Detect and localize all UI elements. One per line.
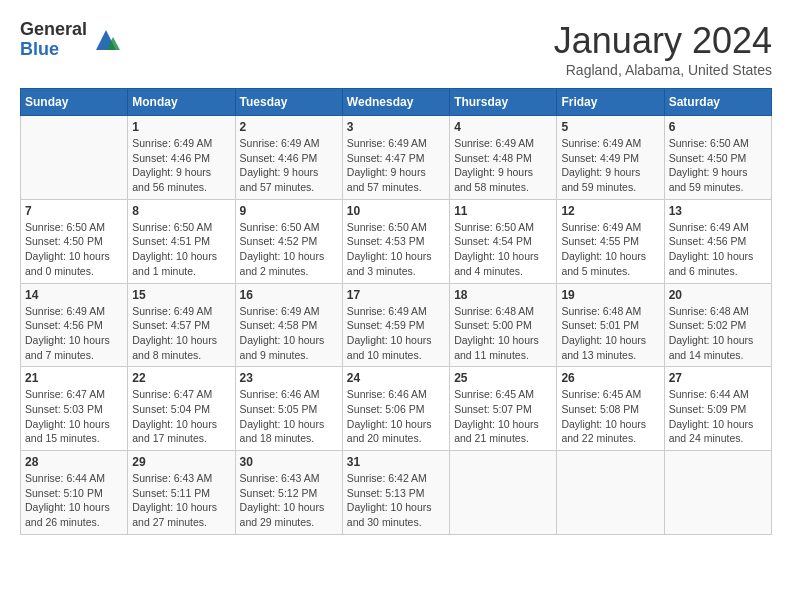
day-number: 29 <box>132 455 230 469</box>
week-row-2: 7Sunrise: 6:50 AMSunset: 4:50 PMDaylight… <box>21 199 772 283</box>
day-info: Sunrise: 6:42 AMSunset: 5:13 PMDaylight:… <box>347 471 445 530</box>
day-cell: 28Sunrise: 6:44 AMSunset: 5:10 PMDayligh… <box>21 451 128 535</box>
day-cell: 15Sunrise: 6:49 AMSunset: 4:57 PMDayligh… <box>128 283 235 367</box>
logo-icon <box>91 25 121 55</box>
day-info: Sunrise: 6:49 AMSunset: 4:55 PMDaylight:… <box>561 220 659 279</box>
day-number: 22 <box>132 371 230 385</box>
day-number: 5 <box>561 120 659 134</box>
day-cell: 16Sunrise: 6:49 AMSunset: 4:58 PMDayligh… <box>235 283 342 367</box>
day-cell: 11Sunrise: 6:50 AMSunset: 4:54 PMDayligh… <box>450 199 557 283</box>
day-info: Sunrise: 6:45 AMSunset: 5:08 PMDaylight:… <box>561 387 659 446</box>
day-cell: 23Sunrise: 6:46 AMSunset: 5:05 PMDayligh… <box>235 367 342 451</box>
day-info: Sunrise: 6:49 AMSunset: 4:49 PMDaylight:… <box>561 136 659 195</box>
day-cell: 27Sunrise: 6:44 AMSunset: 5:09 PMDayligh… <box>664 367 771 451</box>
col-header-sunday: Sunday <box>21 89 128 116</box>
day-number: 3 <box>347 120 445 134</box>
day-number: 23 <box>240 371 338 385</box>
day-cell: 1Sunrise: 6:49 AMSunset: 4:46 PMDaylight… <box>128 116 235 200</box>
day-cell: 9Sunrise: 6:50 AMSunset: 4:52 PMDaylight… <box>235 199 342 283</box>
day-info: Sunrise: 6:48 AMSunset: 5:02 PMDaylight:… <box>669 304 767 363</box>
logo-general-text: General <box>20 20 87 40</box>
col-header-friday: Friday <box>557 89 664 116</box>
day-cell: 14Sunrise: 6:49 AMSunset: 4:56 PMDayligh… <box>21 283 128 367</box>
day-info: Sunrise: 6:43 AMSunset: 5:11 PMDaylight:… <box>132 471 230 530</box>
day-cell: 31Sunrise: 6:42 AMSunset: 5:13 PMDayligh… <box>342 451 449 535</box>
day-number: 8 <box>132 204 230 218</box>
day-cell: 2Sunrise: 6:49 AMSunset: 4:46 PMDaylight… <box>235 116 342 200</box>
day-cell: 22Sunrise: 6:47 AMSunset: 5:04 PMDayligh… <box>128 367 235 451</box>
day-number: 17 <box>347 288 445 302</box>
day-info: Sunrise: 6:48 AMSunset: 5:01 PMDaylight:… <box>561 304 659 363</box>
day-info: Sunrise: 6:49 AMSunset: 4:46 PMDaylight:… <box>240 136 338 195</box>
day-cell <box>664 451 771 535</box>
day-cell: 10Sunrise: 6:50 AMSunset: 4:53 PMDayligh… <box>342 199 449 283</box>
day-info: Sunrise: 6:44 AMSunset: 5:10 PMDaylight:… <box>25 471 123 530</box>
day-info: Sunrise: 6:49 AMSunset: 4:58 PMDaylight:… <box>240 304 338 363</box>
day-cell: 21Sunrise: 6:47 AMSunset: 5:03 PMDayligh… <box>21 367 128 451</box>
column-headers: SundayMondayTuesdayWednesdayThursdayFrid… <box>21 89 772 116</box>
calendar-table: SundayMondayTuesdayWednesdayThursdayFrid… <box>20 88 772 535</box>
day-number: 18 <box>454 288 552 302</box>
day-number: 2 <box>240 120 338 134</box>
day-cell: 24Sunrise: 6:46 AMSunset: 5:06 PMDayligh… <box>342 367 449 451</box>
week-row-4: 21Sunrise: 6:47 AMSunset: 5:03 PMDayligh… <box>21 367 772 451</box>
day-number: 25 <box>454 371 552 385</box>
col-header-thursday: Thursday <box>450 89 557 116</box>
day-info: Sunrise: 6:49 AMSunset: 4:48 PMDaylight:… <box>454 136 552 195</box>
day-number: 1 <box>132 120 230 134</box>
day-number: 28 <box>25 455 123 469</box>
day-cell: 17Sunrise: 6:49 AMSunset: 4:59 PMDayligh… <box>342 283 449 367</box>
day-number: 15 <box>132 288 230 302</box>
week-row-1: 1Sunrise: 6:49 AMSunset: 4:46 PMDaylight… <box>21 116 772 200</box>
day-info: Sunrise: 6:50 AMSunset: 4:51 PMDaylight:… <box>132 220 230 279</box>
day-number: 31 <box>347 455 445 469</box>
day-cell: 7Sunrise: 6:50 AMSunset: 4:50 PMDaylight… <box>21 199 128 283</box>
logo-blue-text: Blue <box>20 40 87 60</box>
day-number: 27 <box>669 371 767 385</box>
day-info: Sunrise: 6:47 AMSunset: 5:03 PMDaylight:… <box>25 387 123 446</box>
day-info: Sunrise: 6:43 AMSunset: 5:12 PMDaylight:… <box>240 471 338 530</box>
day-info: Sunrise: 6:49 AMSunset: 4:56 PMDaylight:… <box>669 220 767 279</box>
day-number: 14 <box>25 288 123 302</box>
day-info: Sunrise: 6:49 AMSunset: 4:47 PMDaylight:… <box>347 136 445 195</box>
week-row-5: 28Sunrise: 6:44 AMSunset: 5:10 PMDayligh… <box>21 451 772 535</box>
day-info: Sunrise: 6:50 AMSunset: 4:50 PMDaylight:… <box>25 220 123 279</box>
day-info: Sunrise: 6:47 AMSunset: 5:04 PMDaylight:… <box>132 387 230 446</box>
day-info: Sunrise: 6:46 AMSunset: 5:06 PMDaylight:… <box>347 387 445 446</box>
day-info: Sunrise: 6:50 AMSunset: 4:54 PMDaylight:… <box>454 220 552 279</box>
day-cell: 13Sunrise: 6:49 AMSunset: 4:56 PMDayligh… <box>664 199 771 283</box>
day-cell: 25Sunrise: 6:45 AMSunset: 5:07 PMDayligh… <box>450 367 557 451</box>
day-cell <box>450 451 557 535</box>
day-info: Sunrise: 6:48 AMSunset: 5:00 PMDaylight:… <box>454 304 552 363</box>
day-cell: 19Sunrise: 6:48 AMSunset: 5:01 PMDayligh… <box>557 283 664 367</box>
day-cell: 3Sunrise: 6:49 AMSunset: 4:47 PMDaylight… <box>342 116 449 200</box>
day-number: 16 <box>240 288 338 302</box>
day-info: Sunrise: 6:49 AMSunset: 4:59 PMDaylight:… <box>347 304 445 363</box>
day-cell <box>557 451 664 535</box>
col-header-monday: Monday <box>128 89 235 116</box>
location-text: Ragland, Alabama, United States <box>554 62 772 78</box>
day-number: 4 <box>454 120 552 134</box>
day-info: Sunrise: 6:49 AMSunset: 4:56 PMDaylight:… <box>25 304 123 363</box>
day-number: 10 <box>347 204 445 218</box>
day-number: 26 <box>561 371 659 385</box>
day-cell: 18Sunrise: 6:48 AMSunset: 5:00 PMDayligh… <box>450 283 557 367</box>
title-block: January 2024 Ragland, Alabama, United St… <box>554 20 772 78</box>
day-number: 6 <box>669 120 767 134</box>
day-info: Sunrise: 6:50 AMSunset: 4:52 PMDaylight:… <box>240 220 338 279</box>
day-info: Sunrise: 6:50 AMSunset: 4:53 PMDaylight:… <box>347 220 445 279</box>
day-info: Sunrise: 6:45 AMSunset: 5:07 PMDaylight:… <box>454 387 552 446</box>
day-cell <box>21 116 128 200</box>
day-cell: 20Sunrise: 6:48 AMSunset: 5:02 PMDayligh… <box>664 283 771 367</box>
logo: General Blue <box>20 20 121 60</box>
week-row-3: 14Sunrise: 6:49 AMSunset: 4:56 PMDayligh… <box>21 283 772 367</box>
day-cell: 30Sunrise: 6:43 AMSunset: 5:12 PMDayligh… <box>235 451 342 535</box>
col-header-saturday: Saturday <box>664 89 771 116</box>
day-info: Sunrise: 6:46 AMSunset: 5:05 PMDaylight:… <box>240 387 338 446</box>
day-cell: 5Sunrise: 6:49 AMSunset: 4:49 PMDaylight… <box>557 116 664 200</box>
day-cell: 12Sunrise: 6:49 AMSunset: 4:55 PMDayligh… <box>557 199 664 283</box>
page-header: General Blue January 2024 Ragland, Alaba… <box>20 20 772 78</box>
day-info: Sunrise: 6:50 AMSunset: 4:50 PMDaylight:… <box>669 136 767 195</box>
day-number: 20 <box>669 288 767 302</box>
day-number: 19 <box>561 288 659 302</box>
